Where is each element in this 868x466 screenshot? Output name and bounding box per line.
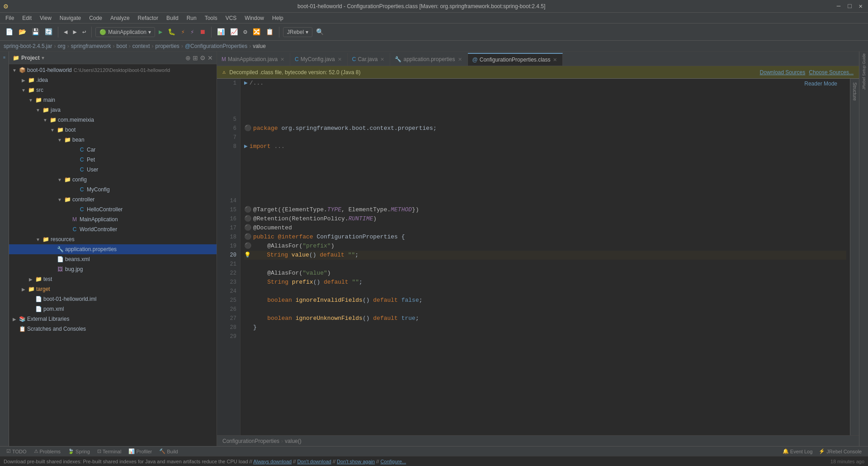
rebel-run-button[interactable]: ⚡	[179, 27, 186, 37]
breadcrumb-org[interactable]: org	[57, 43, 65, 49]
status-terminal[interactable]: ⊡ Terminal	[94, 448, 124, 454]
project-close-icon[interactable]: ✕	[208, 54, 213, 62]
jrebel-dropdown[interactable]: JRebel ▾	[283, 27, 312, 37]
editor-bc-configprops[interactable]: ConfigurationProperties	[222, 438, 279, 444]
tree-item-myconfig[interactable]: C MyConfig	[9, 185, 217, 195]
structure-label[interactable]: Structure	[852, 79, 857, 105]
menu-help[interactable]: Help	[269, 14, 287, 22]
forward-button[interactable]: ▶	[71, 27, 78, 37]
sync-button[interactable]: 🔄	[43, 27, 54, 37]
notification-configure-link[interactable]: Configure...	[380, 459, 406, 464]
save-button[interactable]: 💾	[30, 27, 41, 37]
profile-button[interactable]: 📈	[228, 27, 240, 37]
reader-mode-button[interactable]: Reader Mode	[801, 79, 841, 89]
tree-item-worldcontroller[interactable]: C WorldController	[9, 224, 217, 234]
minimize-button[interactable]: ─	[835, 3, 842, 10]
status-todo[interactable]: ☑ TODO	[4, 448, 29, 454]
status-problems[interactable]: ⚠ Problems	[31, 448, 63, 454]
tab-car[interactable]: C Car.java ✕	[348, 53, 391, 66]
tree-item-pom[interactable]: 📄 pom.xml	[9, 304, 217, 314]
tab-myconfig[interactable]: C MyConfig.java ✕	[290, 53, 348, 66]
tree-item-boot[interactable]: ▼ 📁 boot	[9, 125, 217, 135]
project-collapse-icon[interactable]: ⊞	[193, 54, 198, 62]
tab-close-mainapplication[interactable]: ✕	[279, 57, 285, 62]
notification-dont-show-link[interactable]: Don't show again	[337, 459, 375, 464]
status-event-log[interactable]: 🔔 Event Log	[780, 448, 816, 454]
tree-item-bean[interactable]: ▼ 📁 bean	[9, 135, 217, 145]
tree-item-src[interactable]: ▼ 📁 src	[9, 85, 217, 95]
tree-item-pet[interactable]: C Pet	[9, 155, 217, 165]
menu-refactor[interactable]: Refactor	[134, 14, 162, 22]
back-button[interactable]: ◀	[62, 27, 69, 37]
menu-window[interactable]: Window	[241, 14, 268, 22]
breadcrumb-context[interactable]: context	[132, 43, 150, 49]
menu-analyze[interactable]: Analyze	[107, 14, 133, 22]
status-jrebel-console[interactable]: ⚡ JRebel Console	[816, 448, 864, 454]
menu-run[interactable]: Run	[183, 14, 200, 22]
menu-build[interactable]: Build	[163, 14, 182, 22]
breadcrumb-value[interactable]: value	[253, 43, 266, 49]
status-spring[interactable]: 🍃 Spring	[65, 448, 93, 454]
tree-item-mainapplication[interactable]: M MainApplication	[9, 214, 217, 224]
project-settings-icon[interactable]: ⚙	[200, 54, 206, 62]
run-config-dropdown[interactable]: 🟢 MainApplication ▾	[95, 27, 155, 37]
tree-item-user[interactable]: C User	[9, 165, 217, 175]
stop-button[interactable]: ⏹	[198, 27, 208, 37]
menu-view[interactable]: View	[36, 14, 55, 22]
maximize-button[interactable]: □	[846, 3, 853, 10]
breadcrumb-properties[interactable]: properties	[156, 43, 179, 49]
jrebel-setup-guide-label[interactable]: JRebel Setup Guide	[861, 52, 867, 92]
download-sources-link[interactable]: Download Sources	[760, 69, 806, 76]
tree-item-com-meimeixia[interactable]: ▼ 📁 com.meimeixia	[9, 115, 217, 125]
close-button[interactable]: ✕	[857, 2, 864, 10]
nav-back-button[interactable]: ↩	[80, 27, 88, 37]
tree-item-java[interactable]: ▼ 📁 java	[9, 105, 217, 115]
menu-vcs[interactable]: VCS	[222, 14, 241, 22]
rebel-debug-button[interactable]: ⚡	[189, 27, 196, 37]
menu-tools[interactable]: Tools	[201, 14, 221, 22]
breadcrumb-boot[interactable]: boot	[116, 43, 127, 49]
editor-bc-value[interactable]: value()	[285, 438, 302, 444]
tree-item-iml[interactable]: 📄 boot-01-helloworld.iml	[9, 294, 217, 304]
tab-mainapplication[interactable]: M MainApplication.java ✕	[217, 53, 290, 66]
tab-close-car[interactable]: ✕	[379, 57, 385, 62]
tree-item-main[interactable]: ▼ 📁 main	[9, 95, 217, 105]
menu-navigate[interactable]: Navigate	[56, 14, 85, 22]
code-content[interactable]: ▶ /... ⚫ package org.springframework.boo…	[241, 79, 850, 435]
choose-sources-link[interactable]: Choose Sources...	[809, 69, 854, 76]
status-build[interactable]: 🔨 Build	[156, 448, 180, 454]
tree-item-scratches[interactable]: 📋 Scratches and Consoles	[9, 324, 217, 334]
tree-item-resources[interactable]: ▼ 📁 resources	[9, 234, 217, 244]
menu-code[interactable]: Code	[85, 14, 106, 22]
tree-item-config[interactable]: ▼ 📁 config	[9, 175, 217, 185]
tree-item-target[interactable]: ▶ 📁 target	[9, 284, 217, 294]
tab-close-configprops[interactable]: ✕	[552, 57, 558, 63]
tree-item-root[interactable]: ▼ 📦 boot-01-helloworld C:\Users\32120\De…	[9, 65, 217, 75]
vcs-button[interactable]: 🔀	[251, 27, 262, 37]
tree-item-test[interactable]: ▶ 📁 test	[9, 274, 217, 284]
tree-item-idea[interactable]: ▶ 📁 .idea	[9, 75, 217, 85]
status-profiler[interactable]: 📊 Profiler	[126, 448, 155, 454]
tree-item-car[interactable]: C Car	[9, 145, 217, 155]
tree-item-controller[interactable]: ▼ 📁 controller	[9, 195, 217, 204]
new-file-button[interactable]: 📄	[4, 27, 15, 37]
tree-item-bug-jpg[interactable]: 🖼 bug.jpg	[9, 264, 217, 274]
tab-close-myconfig[interactable]: ✕	[337, 57, 343, 62]
tree-item-beans-xml[interactable]: 📄 beans.xml	[9, 254, 217, 264]
tree-item-hellocontroller[interactable]: C HelloController	[9, 204, 217, 214]
breadcrumb-jar[interactable]: spring-boot-2.4.5.jar	[4, 43, 52, 49]
tree-item-ext-libs[interactable]: ▶ 📚 External Libraries	[9, 314, 217, 324]
open-button[interactable]: 📂	[17, 27, 28, 37]
menu-edit[interactable]: Edit	[19, 14, 35, 22]
breadcrumb-springframework[interactable]: springframework	[71, 43, 111, 49]
tab-configprops[interactable]: @ ConfigurationProperties.class ✕	[468, 53, 563, 66]
tab-close-appprops[interactable]: ✕	[457, 57, 463, 62]
menu-file[interactable]: File	[2, 14, 18, 22]
left-icon-1[interactable]: ≡	[2, 53, 6, 62]
settings-button[interactable]: ⚙	[241, 27, 249, 37]
project-locate-icon[interactable]: ⊕	[185, 54, 191, 62]
breadcrumb-configprops[interactable]: ConfigurationProperties	[190, 43, 247, 49]
copy-path-button[interactable]: 📋	[264, 27, 275, 37]
notification-dont-link[interactable]: Don't download	[297, 459, 331, 464]
search-everywhere-button[interactable]: 🔍	[314, 27, 326, 37]
